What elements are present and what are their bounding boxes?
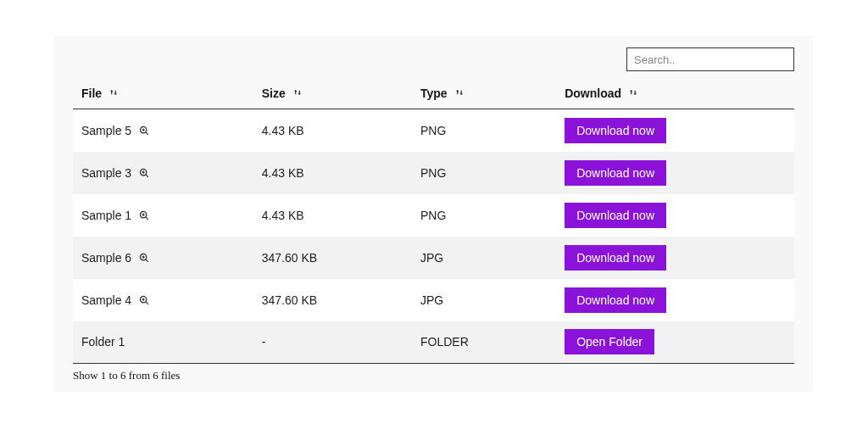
open-folder-button[interactable]: Open Folder — [565, 329, 654, 354]
file-table: File Size — [73, 80, 794, 364]
cell-type: PNG — [412, 109, 556, 152]
magnify-icon[interactable] — [138, 252, 150, 264]
cell-action: Download now — [556, 109, 794, 152]
cell-action: Download now — [556, 194, 794, 237]
file-name: Folder 1 — [81, 335, 125, 349]
table-row: Sample 3 4.43 KB PNG Download now — [73, 152, 794, 194]
cell-file: Sample 1 — [73, 194, 253, 237]
download-button[interactable]: Download now — [565, 118, 666, 143]
cell-file: Sample 3 — [73, 152, 253, 194]
column-header-download-label: Download — [565, 86, 621, 100]
svg-line-13 — [146, 259, 148, 261]
cell-size: 4.43 KB — [253, 109, 412, 152]
cell-file: Folder 1 — [73, 321, 253, 364]
cell-size: - — [253, 321, 412, 364]
magnify-icon[interactable] — [138, 294, 150, 306]
cell-size: 4.43 KB — [253, 194, 412, 237]
cell-type: FOLDER — [412, 321, 556, 364]
table-row: Sample 5 4.43 KB PNG Download now — [73, 109, 794, 152]
cell-file: Sample 6 — [73, 237, 253, 279]
column-header-size[interactable]: Size — [253, 80, 412, 109]
column-header-type-label: Type — [420, 86, 448, 100]
search-input[interactable] — [626, 47, 794, 71]
sort-icon — [108, 87, 119, 98]
table-row: Folder 1 - FOLDER Open Folder — [73, 321, 794, 364]
sort-icon — [454, 87, 465, 98]
column-header-download[interactable]: Download — [556, 80, 794, 109]
sort-icon — [628, 87, 638, 98]
file-list-panel: File Size — [54, 36, 813, 393]
svg-line-9 — [146, 216, 148, 219]
svg-line-17 — [146, 301, 148, 304]
cell-action: Download now — [556, 152, 794, 194]
download-button[interactable]: Download now — [565, 203, 666, 228]
column-header-file-label: File — [81, 86, 102, 100]
file-name: Sample 6 — [81, 251, 131, 265]
cell-file: Sample 5 — [73, 109, 253, 152]
table-row: Sample 4 347.60 KB JPG Download now — [73, 279, 794, 321]
cell-size: 4.43 KB — [253, 152, 412, 194]
table-row: Sample 1 4.43 KB PNG Download now — [73, 194, 794, 237]
column-header-size-label: Size — [262, 86, 286, 100]
cell-type: JPG — [412, 237, 556, 279]
cell-action: Open Folder — [556, 321, 794, 364]
cell-size: 347.60 KB — [253, 279, 412, 321]
cell-size: 347.60 KB — [253, 237, 412, 279]
column-header-type[interactable]: Type — [412, 80, 556, 109]
file-name: Sample 5 — [81, 124, 131, 137]
cell-action: Download now — [556, 237, 794, 279]
sort-icon — [292, 87, 303, 98]
file-name: Sample 1 — [81, 209, 131, 222]
svg-line-1 — [146, 132, 148, 135]
column-header-file[interactable]: File — [73, 80, 253, 109]
cell-file: Sample 4 — [73, 279, 253, 321]
download-button[interactable]: Download now — [565, 160, 666, 186]
cell-type: PNG — [412, 152, 556, 194]
magnify-icon[interactable] — [138, 209, 150, 221]
cell-action: Download now — [556, 279, 794, 321]
svg-line-5 — [146, 174, 148, 176]
download-button[interactable]: Download now — [565, 245, 666, 271]
pagination-summary: Show 1 to 6 from 6 files — [73, 369, 794, 382]
table-header-row: File Size — [73, 80, 794, 109]
magnify-icon[interactable] — [138, 167, 150, 179]
download-button[interactable]: Download now — [565, 287, 666, 313]
cell-type: JPG — [412, 279, 556, 321]
magnify-icon[interactable] — [138, 125, 150, 137]
cell-type: PNG — [412, 194, 556, 237]
file-name: Sample 4 — [81, 293, 131, 307]
search-row — [73, 47, 794, 71]
file-name: Sample 3 — [81, 166, 131, 180]
table-row: Sample 6 347.60 KB JPG Download now — [73, 237, 794, 279]
